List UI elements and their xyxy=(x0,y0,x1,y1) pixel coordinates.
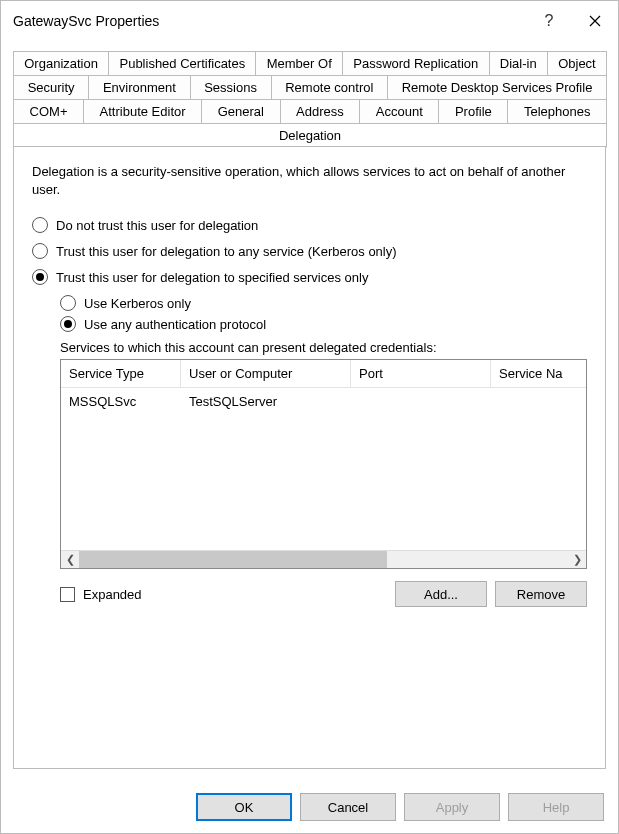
tab-rds-profile[interactable]: Remote Desktop Services Profile xyxy=(387,75,607,100)
tab-published-certificates[interactable]: Published Certificates xyxy=(108,51,256,76)
scroll-track[interactable] xyxy=(79,551,568,569)
tab-member-of[interactable]: Member Of xyxy=(255,51,343,76)
radio-icon xyxy=(60,316,76,332)
tab-sessions[interactable]: Sessions xyxy=(190,75,272,100)
client-area: Organization Published Certificates Memb… xyxy=(1,41,618,781)
apply-button[interactable]: Apply xyxy=(404,793,500,821)
col-service-name[interactable]: Service Na xyxy=(491,360,587,388)
tab-profile[interactable]: Profile xyxy=(438,99,508,124)
tab-dial-in[interactable]: Dial-in xyxy=(489,51,548,76)
radio-label: Trust this user for delegation to specif… xyxy=(56,270,368,285)
checkbox-label: Expanded xyxy=(83,587,142,602)
tab-body-delegation: Delegation is a security-sensitive opera… xyxy=(13,146,606,769)
scroll-right-icon[interactable]: ❯ xyxy=(568,551,586,569)
cell-service-type: MSSQLSvc xyxy=(61,388,181,415)
tabstrip: Organization Published Certificates Memb… xyxy=(13,51,606,147)
cell-port xyxy=(351,388,491,415)
col-service-type[interactable]: Service Type xyxy=(61,360,181,388)
delegation-description: Delegation is a security-sensitive opera… xyxy=(32,163,587,198)
dialog-button-row: OK Cancel Apply Help xyxy=(1,781,618,833)
below-list-row: Expanded Add... Remove xyxy=(60,581,587,607)
radio-kerberos-only[interactable]: Use Kerberos only xyxy=(60,295,587,311)
horizontal-scrollbar[interactable]: ❮ ❯ xyxy=(61,550,586,568)
radio-label: Use any authentication protocol xyxy=(84,317,266,332)
radio-label: Trust this user for delegation to any se… xyxy=(56,244,397,259)
scroll-thumb[interactable] xyxy=(79,551,387,569)
titlebar: GatewaySvc Properties ? xyxy=(1,1,618,41)
close-icon[interactable] xyxy=(572,1,618,41)
col-user-or-computer[interactable]: User or Computer xyxy=(181,360,351,388)
services-label: Services to which this account can prese… xyxy=(60,340,587,355)
listview-body: MSSQLSvc TestSQLServer xyxy=(61,388,586,550)
tab-com-plus[interactable]: COM+ xyxy=(13,99,84,124)
radio-no-trust[interactable]: Do not trust this user for delegation xyxy=(32,217,587,233)
cell-service-name xyxy=(491,388,586,415)
tab-object[interactable]: Object xyxy=(547,51,607,76)
col-port[interactable]: Port xyxy=(351,360,491,388)
radio-label: Do not trust this user for delegation xyxy=(56,218,258,233)
checkbox-expanded[interactable]: Expanded xyxy=(60,587,142,602)
radio-any-auth[interactable]: Use any authentication protocol xyxy=(60,316,587,332)
add-button[interactable]: Add... xyxy=(395,581,487,607)
scroll-left-icon[interactable]: ❮ xyxy=(61,551,79,569)
radio-icon xyxy=(32,243,48,259)
radio-trust-any[interactable]: Trust this user for delegation to any se… xyxy=(32,243,587,259)
tab-delegation[interactable]: Delegation xyxy=(13,123,607,148)
help-icon[interactable]: ? xyxy=(526,1,572,41)
tab-environment[interactable]: Environment xyxy=(88,75,190,100)
checkbox-icon xyxy=(60,587,75,602)
tab-attribute-editor[interactable]: Attribute Editor xyxy=(83,99,202,124)
help-button[interactable]: Help xyxy=(508,793,604,821)
listview-header: Service Type User or Computer Port Servi… xyxy=(61,360,586,388)
cell-user-or-computer: TestSQLServer xyxy=(181,388,351,415)
tab-remote-control[interactable]: Remote control xyxy=(271,75,388,100)
tab-telephones[interactable]: Telephones xyxy=(507,99,607,124)
radio-trust-specified[interactable]: Trust this user for delegation to specif… xyxy=(32,269,587,285)
tab-address[interactable]: Address xyxy=(280,99,361,124)
radio-icon xyxy=(32,269,48,285)
cancel-button[interactable]: Cancel xyxy=(300,793,396,821)
radio-label: Use Kerberos only xyxy=(84,296,191,311)
tab-account[interactable]: Account xyxy=(359,99,439,124)
radio-icon xyxy=(32,217,48,233)
services-listview[interactable]: Service Type User or Computer Port Servi… xyxy=(60,359,587,569)
window-title: GatewaySvc Properties xyxy=(13,13,526,29)
properties-dialog: GatewaySvc Properties ? Organization Pub… xyxy=(0,0,619,834)
remove-button[interactable]: Remove xyxy=(495,581,587,607)
table-row[interactable]: MSSQLSvc TestSQLServer xyxy=(61,388,586,415)
tab-general[interactable]: General xyxy=(201,99,280,124)
radio-icon xyxy=(60,295,76,311)
tab-security[interactable]: Security xyxy=(13,75,89,100)
ok-button[interactable]: OK xyxy=(196,793,292,821)
tab-organization[interactable]: Organization xyxy=(13,51,109,76)
tab-password-replication[interactable]: Password Replication xyxy=(342,51,490,76)
